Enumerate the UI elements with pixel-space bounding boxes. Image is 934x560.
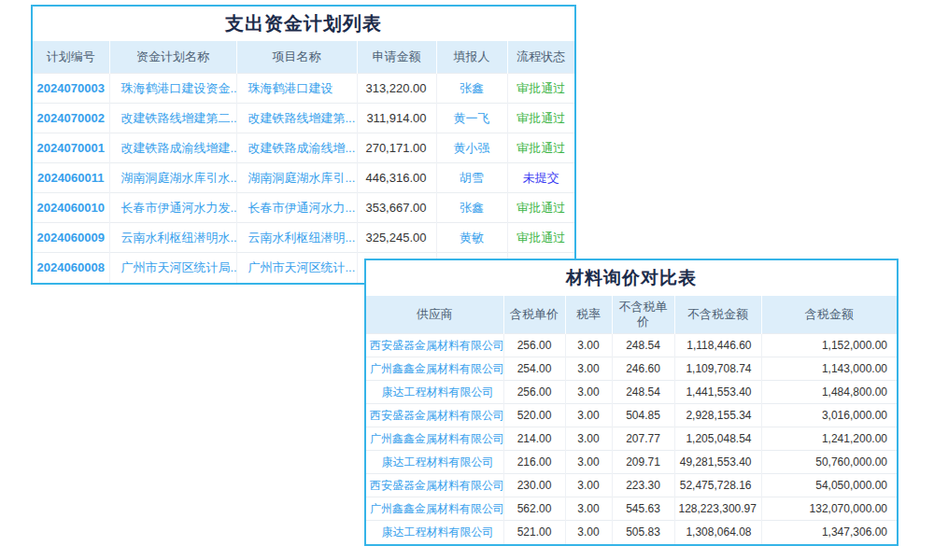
cell-plan-number[interactable]: 2024060008 [33, 253, 109, 283]
cell-amount-excl-tax: 52,475,728.16 [674, 474, 761, 497]
cell-filler: 黄一飞 [436, 104, 507, 133]
table-row[interactable]: 2024070002改建铁路线增建第二...改建铁路线增建第...311,914… [33, 104, 574, 133]
table-row[interactable]: 2024060011湖南洞庭湖水库引水...湖南洞庭湖水库引...446,316… [33, 163, 574, 193]
cell-fund-plan-name[interactable]: 广州市天河区统计局... [109, 253, 236, 283]
cell-flow-status: 审批通过 [507, 104, 574, 133]
cell-unit-price-excl-tax: 209.71 [612, 451, 674, 474]
cell-fund-plan-name[interactable]: 改建铁路成渝线增建... [109, 133, 236, 163]
cell-supplier[interactable]: 西安盛器金属材料有限公司 [366, 334, 503, 357]
cell-amount-excl-tax: 1,109,708.74 [674, 357, 761, 381]
cell-fund-plan-name[interactable]: 长春市伊通河水力发... [109, 193, 236, 223]
table-row[interactable]: 2024060009云南水利枢纽潜明水...云南水利枢纽潜明...325,245… [33, 223, 574, 253]
cell-unit-price-incl-tax: 256.00 [503, 334, 565, 357]
col-header-apply-amount: 申请金额 [357, 41, 436, 74]
expense-table-header: 计划编号 资金计划名称 项目名称 申请金额 填报人 流程状态 [33, 41, 574, 74]
cell-unit-price-excl-tax: 248.54 [612, 334, 674, 357]
cell-fund-plan-name[interactable]: 湖南洞庭湖水库引水... [109, 163, 236, 193]
cell-amount-excl-tax: 1,308,064.08 [674, 521, 761, 544]
cell-filler: 张鑫 [436, 74, 507, 104]
table-row[interactable]: 康达工程材料有限公司521.003.00505.831,308,064.081,… [366, 521, 897, 544]
cell-amount-incl-tax: 1,241,200.00 [761, 427, 897, 451]
cell-amount-incl-tax: 1,484,800.00 [761, 381, 897, 404]
cell-amount-incl-tax: 3,016,000.00 [761, 404, 897, 427]
cell-plan-number[interactable]: 2024060010 [33, 193, 109, 223]
cell-unit-price-excl-tax: 248.54 [612, 381, 674, 404]
col-header-unit-price-excl-tax: 不含税单价 [612, 296, 674, 334]
cell-supplier[interactable]: 广州鑫鑫金属材料有限公司 [366, 427, 503, 451]
cell-plan-number[interactable]: 2024060011 [33, 163, 109, 193]
cell-tax-rate: 3.00 [565, 427, 612, 451]
cell-project-name: 湖南洞庭湖水库引... [236, 163, 357, 193]
cell-plan-number[interactable]: 2024070001 [33, 133, 109, 163]
cell-supplier[interactable]: 广州鑫鑫金属材料有限公司 [366, 357, 503, 381]
col-header-unit-price-incl-tax: 含税单价 [503, 296, 565, 334]
cell-project-name: 长春市伊通河水力... [236, 193, 357, 223]
material-inquiry-table: 供应商 含税单价 税率 不含税单价 不含税金额 含税金额 西安盛器金属材料有限公… [366, 296, 897, 544]
cell-tax-rate: 3.00 [565, 521, 612, 544]
cell-tax-rate: 3.00 [565, 474, 612, 497]
cell-amount-excl-tax: 128,223,300.97 [674, 497, 761, 521]
cell-amount-excl-tax: 1,118,446.60 [674, 334, 761, 357]
cell-amount-excl-tax: 1,205,048.54 [674, 427, 761, 451]
col-header-tax-rate: 税率 [565, 296, 612, 334]
cell-unit-price-excl-tax: 207.77 [612, 427, 674, 451]
cell-supplier[interactable]: 西安盛器金属材料有限公司 [366, 474, 503, 497]
cell-tax-rate: 3.00 [565, 357, 612, 381]
table-row[interactable]: 广州鑫鑫金属材料有限公司214.003.00207.771,205,048.54… [366, 427, 897, 451]
cell-amount-incl-tax: 1,152,000.00 [761, 334, 897, 357]
cell-plan-number[interactable]: 2024070002 [33, 104, 109, 133]
cell-apply-amount: 353,667.00 [357, 193, 436, 223]
cell-project-name: 珠海鹤港口建设 [236, 74, 357, 104]
col-header-amount-excl-tax: 不含税金额 [674, 296, 761, 334]
table-row[interactable]: 广州鑫鑫金属材料有限公司562.003.00545.63128,223,300.… [366, 497, 897, 521]
table-row[interactable]: 2024070001改建铁路成渝线增建...改建铁路成渝线增...270,171… [33, 133, 574, 163]
inquiry-panel-title: 材料询价对比表 [366, 260, 897, 296]
cell-plan-number[interactable]: 2024060009 [33, 223, 109, 253]
cell-supplier[interactable]: 广州鑫鑫金属材料有限公司 [366, 497, 503, 521]
expense-panel-title: 支出资金计划列表 [33, 7, 574, 41]
cell-unit-price-excl-tax: 246.60 [612, 357, 674, 381]
cell-filler: 黄小强 [436, 133, 507, 163]
cell-fund-plan-name[interactable]: 改建铁路线增建第二... [109, 104, 236, 133]
cell-unit-price-incl-tax: 214.00 [503, 427, 565, 451]
cell-fund-plan-name[interactable]: 珠海鹤港口建设资金... [109, 74, 236, 104]
col-header-amount-incl-tax: 含税金额 [761, 296, 897, 334]
table-row[interactable]: 2024060010长春市伊通河水力发...长春市伊通河水力...353,667… [33, 193, 574, 223]
expense-fund-plan-table: 计划编号 资金计划名称 项目名称 申请金额 填报人 流程状态 202407000… [33, 41, 574, 283]
cell-amount-incl-tax: 132,070,000.00 [761, 497, 897, 521]
cell-plan-number[interactable]: 2024070003 [33, 74, 109, 104]
cell-fund-plan-name[interactable]: 云南水利枢纽潜明水... [109, 223, 236, 253]
col-header-fund-plan-name: 资金计划名称 [109, 41, 236, 74]
cell-tax-rate: 3.00 [565, 404, 612, 427]
cell-amount-incl-tax: 54,050,000.00 [761, 474, 897, 497]
cell-unit-price-incl-tax: 230.00 [503, 474, 565, 497]
cell-supplier[interactable]: 康达工程材料有限公司 [366, 381, 503, 404]
col-header-supplier: 供应商 [366, 296, 503, 334]
table-row[interactable]: 康达工程材料有限公司256.003.00248.541,441,553.401,… [366, 381, 897, 404]
cell-unit-price-excl-tax: 545.63 [612, 497, 674, 521]
cell-tax-rate: 3.00 [565, 334, 612, 357]
table-row[interactable]: 2024070003珠海鹤港口建设资金...珠海鹤港口建设313,220.00张… [33, 74, 574, 104]
table-row[interactable]: 西安盛器金属材料有限公司520.003.00504.852,928,155.34… [366, 404, 897, 427]
table-row[interactable]: 西安盛器金属材料有限公司256.003.00248.541,118,446.60… [366, 334, 897, 357]
cell-flow-status: 审批通过 [507, 223, 574, 253]
cell-unit-price-excl-tax: 504.85 [612, 404, 674, 427]
cell-flow-status: 未提交 [507, 163, 574, 193]
table-row[interactable]: 西安盛器金属材料有限公司230.003.00223.3052,475,728.1… [366, 474, 897, 497]
cell-project-name: 广州市天河区统计... [236, 253, 357, 283]
cell-supplier[interactable]: 康达工程材料有限公司 [366, 451, 503, 474]
cell-flow-status: 审批通过 [507, 193, 574, 223]
cell-unit-price-incl-tax: 562.00 [503, 497, 565, 521]
cell-apply-amount: 446,316.00 [357, 163, 436, 193]
col-header-plan-number: 计划编号 [33, 41, 109, 74]
cell-unit-price-incl-tax: 521.00 [503, 521, 565, 544]
table-row[interactable]: 康达工程材料有限公司216.003.00209.7149,281,553.405… [366, 451, 897, 474]
cell-supplier[interactable]: 康达工程材料有限公司 [366, 521, 503, 544]
cell-project-name: 改建铁路线增建第... [236, 104, 357, 133]
cell-amount-incl-tax: 50,760,000.00 [761, 451, 897, 474]
cell-unit-price-excl-tax: 223.30 [612, 474, 674, 497]
cell-unit-price-incl-tax: 254.00 [503, 357, 565, 381]
table-row[interactable]: 广州鑫鑫金属材料有限公司254.003.00246.601,109,708.74… [366, 357, 897, 381]
cell-tax-rate: 3.00 [565, 497, 612, 521]
cell-supplier[interactable]: 西安盛器金属材料有限公司 [366, 404, 503, 427]
